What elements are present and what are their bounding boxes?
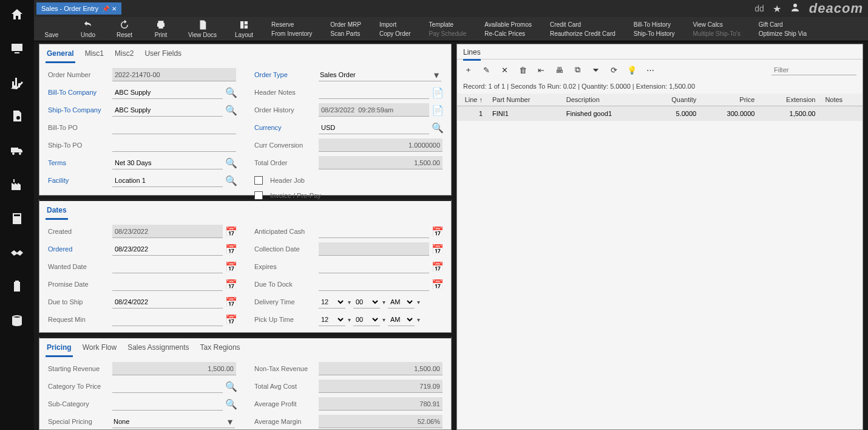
facility-input[interactable] (112, 174, 223, 187)
promise-date-input[interactable] (112, 278, 223, 291)
tab-user-fields[interactable]: User Fields (143, 47, 183, 63)
view-calcs-button[interactable]: View Calcs (693, 21, 741, 28)
shipto-company-input[interactable] (112, 103, 223, 117)
search-icon[interactable]: 🔍 (226, 381, 236, 391)
ordered-label[interactable]: Ordered (48, 245, 109, 253)
delivery-ap-select[interactable]: AM (388, 295, 415, 309)
terms-input[interactable] (112, 156, 223, 169)
template-button[interactable]: Template (429, 21, 467, 28)
import-button[interactable]: Import (379, 21, 411, 28)
calendar-icon[interactable]: 📅 (226, 279, 236, 289)
col-part-number[interactable]: Part Number (487, 94, 561, 106)
calendar-icon[interactable]: 📅 (226, 262, 236, 271)
copy-lines-icon[interactable]: ⧉ (572, 65, 582, 75)
factory-icon[interactable] (8, 176, 25, 193)
ordered-input[interactable] (112, 242, 223, 256)
copy-order-button[interactable]: Copy Order (379, 30, 411, 37)
order-mrp-button[interactable]: Order MRP (330, 21, 361, 28)
add-line-icon[interactable]: ＋ (463, 64, 473, 75)
calendar-icon[interactable]: 📅 (226, 332, 236, 333)
col-extension[interactable]: Extension (759, 94, 820, 106)
shipto-company-label[interactable]: Ship-To Company (48, 106, 109, 114)
reset-button[interactable]: Reset (115, 19, 134, 38)
home-icon[interactable] (8, 6, 25, 23)
outdent-icon[interactable]: ⇤ (536, 66, 546, 75)
invoice-prepay-checkbox[interactable] (254, 191, 263, 200)
tab-misc2[interactable]: Misc2 (114, 47, 135, 63)
tab-pin-icon[interactable]: 📌 (102, 5, 109, 12)
document-search-icon[interactable] (8, 108, 25, 125)
star-icon[interactable]: ★ (773, 3, 781, 15)
wanted-date-input[interactable] (112, 260, 223, 273)
header-job-checkbox[interactable] (254, 176, 263, 185)
col-line[interactable]: Line ↑ (457, 94, 487, 106)
search-icon[interactable]: 🔍 (226, 399, 236, 409)
calendar-icon[interactable]: 📅 (433, 244, 442, 254)
trash-icon[interactable]: 🗑 (518, 66, 527, 75)
available-promos-button[interactable]: Available Promos (484, 21, 532, 28)
billto-po-input[interactable] (112, 121, 236, 134)
search-icon[interactable]: 🔍 (226, 176, 236, 185)
lines-tab[interactable]: Lines (463, 48, 481, 61)
expires-input[interactable] (319, 260, 429, 273)
filter-icon[interactable]: ⏷ (591, 66, 600, 75)
undo-button[interactable]: Undo (79, 19, 97, 38)
delivery-hh-select[interactable]: 12 (319, 295, 345, 309)
reserve-button[interactable]: Reserve (271, 21, 312, 28)
clipboard-icon[interactable] (8, 278, 25, 295)
currency-label[interactable]: Currency (254, 124, 315, 131)
from-inventory-button[interactable]: From Inventory (271, 30, 312, 37)
optimize-shipvia-button[interactable]: Optimize Ship Via (759, 30, 807, 37)
currency-input[interactable] (319, 121, 429, 134)
truck-icon[interactable] (8, 142, 25, 159)
recurring-type-select[interactable]: Days (319, 330, 441, 333)
refresh-icon[interactable]: ⟳ (609, 66, 619, 75)
shipto-history-button[interactable]: Ship-To History (634, 30, 675, 37)
category-to-price-input[interactable] (112, 380, 223, 393)
order-type-label[interactable]: Order Type (254, 71, 315, 78)
tab-tax-regions[interactable]: Tax Regions (199, 341, 242, 357)
terms-label[interactable]: Terms (48, 159, 109, 166)
database-icon[interactable] (8, 312, 25, 329)
calendar-icon[interactable]: 📅 (433, 279, 442, 289)
col-description[interactable]: Description (561, 94, 648, 106)
pay-schedule-button[interactable]: Pay Schedule (429, 30, 467, 37)
search-icon[interactable]: 🔍 (226, 105, 236, 115)
sub-category-input[interactable] (112, 397, 223, 411)
calendar-icon[interactable]: 📅 (226, 244, 236, 254)
reauthorize-cc-button[interactable]: Reauthorize Credit Card (550, 30, 615, 37)
recalc-prices-button[interactable]: Re-Calc Prices (484, 30, 532, 37)
due-to-dock-input[interactable] (319, 278, 429, 291)
order-type-select[interactable]: Sales Order (319, 68, 441, 81)
tab-sales-assignments[interactable]: Sales Assignments (126, 341, 190, 357)
pickup-hh-select[interactable]: 12 (319, 313, 345, 326)
table-row[interactable]: 1 FINI1 Finished good1 5.0000 300.0000 1… (457, 106, 863, 121)
search-icon[interactable]: 🔍 (226, 87, 236, 97)
save-button[interactable]: Save (42, 19, 61, 38)
edit-line-icon[interactable]: ✎ (481, 66, 491, 75)
calendar-icon[interactable]: 📅 (433, 227, 442, 236)
request-min-input[interactable] (112, 313, 223, 326)
tab-dates[interactable]: Dates (46, 203, 68, 220)
lines-filter-input[interactable] (771, 65, 856, 75)
more-icon[interactable]: ⋯ (645, 66, 655, 75)
anticipated-cash-input[interactable] (319, 225, 429, 238)
facility-label[interactable]: Facility (48, 177, 109, 184)
history-icon[interactable]: 📄 (433, 105, 442, 115)
billto-history-button[interactable]: Bill-To History (634, 21, 675, 28)
calendar-icon[interactable]: 📅 (226, 315, 236, 324)
user-icon[interactable] (790, 2, 801, 15)
calendar-icon[interactable]: 📅 (226, 227, 236, 236)
calendar-icon[interactable]: 📅 (433, 262, 442, 271)
view-docs-button[interactable]: View Docs (188, 19, 217, 38)
delivery-mm-select[interactable]: 00 (353, 295, 380, 309)
tab-close-icon[interactable]: ✕ (112, 5, 117, 12)
monitor-icon[interactable] (8, 40, 25, 57)
due-to-ship-input[interactable] (112, 295, 223, 309)
col-price[interactable]: Price (701, 94, 759, 106)
multiple-shiptos-button[interactable]: Multiple Ship-To's (693, 30, 741, 37)
gift-card-button[interactable]: Gift Card (759, 21, 807, 28)
search-icon[interactable]: 🔍 (433, 123, 442, 132)
window-tab[interactable]: Sales - Order Entry 📌 ✕ (36, 2, 121, 15)
col-quantity[interactable]: Quantity (648, 94, 702, 106)
